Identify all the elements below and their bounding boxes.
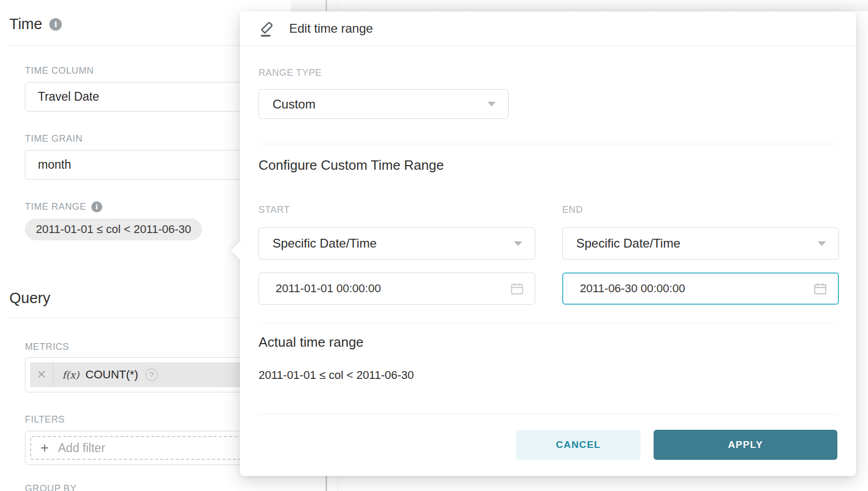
popover-divider [259, 414, 837, 414]
start-label: START [259, 204, 290, 215]
end-mode-select[interactable]: Specific Date/Time [562, 227, 839, 260]
cancel-button[interactable]: CANCEL [516, 430, 641, 460]
time-column-value: Travel Date [38, 90, 99, 104]
start-datetime-input[interactable] [276, 282, 510, 295]
time-range-label-text: TIME RANGE [25, 201, 86, 212]
popover-footer: CANCEL APPLY [516, 430, 837, 460]
calendar-icon[interactable] [510, 281, 524, 296]
add-filter-label: Add filter [58, 441, 105, 455]
function-icon: f(x) [62, 369, 79, 380]
start-mode-select[interactable]: Specific Date/Time [259, 227, 535, 260]
query-section-label: Query [9, 290, 50, 307]
info-icon[interactable]: i [49, 18, 62, 31]
metrics-label: METRICS [25, 342, 69, 352]
end-label: END [562, 204, 583, 215]
plus-icon: + [40, 441, 49, 455]
popover-divider [259, 323, 837, 323]
end-datetime-field [562, 272, 839, 305]
query-section-title: Query [9, 290, 50, 307]
chip-separator [53, 362, 53, 387]
time-range-pill[interactable]: 2011-01-01 ≤ col < 2011-06-30 [25, 219, 202, 240]
actual-range-heading: Actual time range [259, 334, 363, 350]
top-band [291, 0, 868, 11]
explore-view: Time i TIME COLUMN Travel Date TIME GRAI… [0, 0, 868, 491]
question-circle-icon[interactable]: ? [145, 369, 158, 381]
start-mode-value: Specific Date/Time [273, 236, 377, 251]
time-range-label: TIME RANGE i [25, 201, 102, 212]
chevron-down-icon [818, 241, 826, 246]
time-section-label: Time [9, 16, 42, 33]
range-type-select[interactable]: Custom [259, 89, 509, 119]
configure-heading: Configure Custom Time Range [259, 157, 444, 173]
popover-title: Edit time range [289, 21, 373, 36]
chevron-down-icon [514, 241, 522, 246]
edit-pencil-icon [257, 19, 277, 38]
range-type-label: RANGE TYPE [259, 67, 322, 78]
chevron-down-icon [487, 102, 496, 106]
time-section-title: Time i [9, 16, 62, 33]
group-by-label: GROUP BY [25, 483, 77, 491]
start-datetime-field [259, 272, 535, 305]
end-datetime-input[interactable] [580, 282, 813, 295]
info-icon[interactable]: i [91, 201, 102, 212]
time-column-label: TIME COLUMN [25, 65, 94, 76]
popover-arrow [231, 241, 249, 260]
time-grain-label: TIME GRAIN [25, 133, 83, 144]
time-grain-value: month [38, 158, 71, 172]
range-type-value: Custom [273, 97, 316, 112]
calendar-icon[interactable] [813, 281, 828, 296]
remove-metric-icon[interactable]: ✕ [30, 362, 53, 387]
popover-header: Edit time range [240, 11, 856, 46]
metric-name: COUNT(*) [86, 368, 138, 381]
end-mode-value: Specific Date/Time [576, 236, 681, 251]
edit-time-range-popover: Edit time range RANGE TYPE Custom Config… [240, 11, 856, 476]
apply-button[interactable]: APPLY [654, 430, 837, 460]
actual-range-value: 2011-01-01 ≤ col < 2011-06-30 [259, 369, 414, 382]
popover-divider [259, 144, 837, 144]
filters-label: FILTERS [25, 414, 65, 425]
